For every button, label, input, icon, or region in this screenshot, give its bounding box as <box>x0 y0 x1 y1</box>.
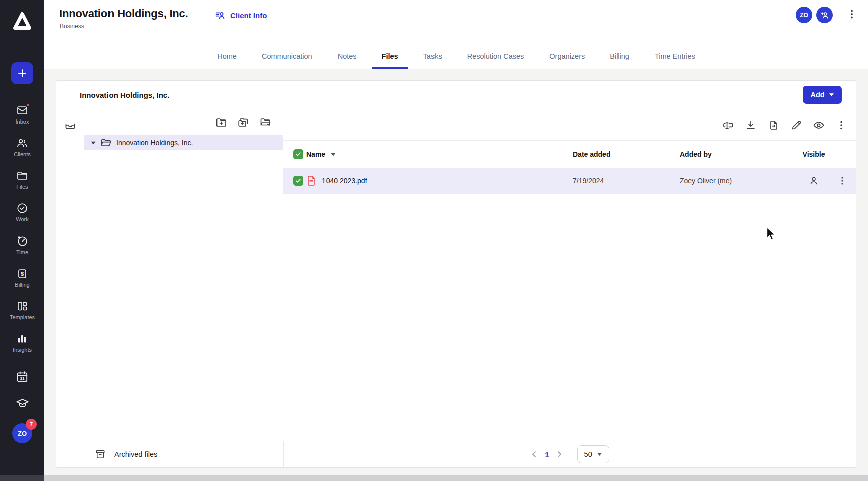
check-icon <box>295 151 302 158</box>
sidebar-item-inbox[interactable]: Inbox <box>16 104 29 125</box>
sidebar-item-label: Files <box>16 184 28 190</box>
tab-notes[interactable]: Notes <box>325 45 369 69</box>
page-size-value: 50 <box>584 450 592 458</box>
row-checkbox[interactable] <box>293 176 303 186</box>
export-file-icon[interactable] <box>768 119 780 131</box>
check-circle-icon <box>16 202 28 214</box>
sidebar-item-files[interactable]: Files <box>16 170 28 190</box>
files-content: Innovation Holdings, Inc. Add <box>44 69 868 481</box>
new-folder-multi-icon[interactable] <box>237 116 249 129</box>
file-actions-toolbar <box>283 109 856 141</box>
kebab-icon <box>846 8 858 20</box>
file-inbox-tray-icon[interactable] <box>64 119 76 132</box>
visible-person-icon[interactable] <box>808 175 819 186</box>
file-table-header: Name Date added Added by Visible <box>283 141 856 168</box>
page-size-select[interactable]: 50 <box>577 445 609 463</box>
sidebar-item-templates[interactable]: Templates <box>10 300 35 320</box>
bar-chart-icon <box>16 333 28 345</box>
pagination: 1 50 <box>284 441 856 467</box>
sidebar-item-label: Clients <box>14 151 31 157</box>
column-header-added-by[interactable]: Added by <box>680 150 799 158</box>
sidebar-item-billing[interactable]: $ Billing <box>15 268 29 288</box>
tab-tasks[interactable]: Tasks <box>411 45 455 69</box>
archived-files-button[interactable]: Archived files <box>56 441 284 467</box>
file-date-added: 7/19/2024 <box>573 177 680 185</box>
move-folder-icon[interactable] <box>259 116 271 129</box>
add-button-label: Add <box>810 91 824 99</box>
sidebar-extra-icons: 31 <box>16 370 29 410</box>
tab-files[interactable]: Files <box>369 45 411 69</box>
rename-icon[interactable] <box>722 119 734 131</box>
client-info-icon <box>215 10 226 21</box>
education-cap-icon[interactable] <box>16 397 29 410</box>
archived-files-label: Archived files <box>114 450 157 458</box>
archive-icon <box>95 449 106 460</box>
global-add-button[interactable] <box>11 62 33 84</box>
notification-count-badge: 7 <box>26 419 37 430</box>
tab-home[interactable]: Home <box>204 45 249 69</box>
new-folder-icon[interactable] <box>215 116 227 129</box>
tab-billing[interactable]: Billing <box>597 45 642 69</box>
header-actions: ZO <box>796 7 858 23</box>
assigned-user-avatar[interactable]: ZO <box>796 7 812 23</box>
timer-icon <box>16 235 28 247</box>
client-type-label: Business <box>60 23 84 30</box>
files-card-body: Innovation Holdings, Inc. <box>56 109 856 441</box>
column-header-name[interactable]: Name <box>306 150 573 158</box>
client-info-label: Client Info <box>230 11 267 20</box>
sidebar-item-insights[interactable]: Insights <box>13 333 32 353</box>
download-icon[interactable] <box>745 119 757 131</box>
file-row[interactable]: 1040 2023.pdf 7/19/2024 Zoey Oliver (me) <box>283 168 856 194</box>
svg-text:$: $ <box>21 271 24 277</box>
sidebar-item-time[interactable]: Time <box>16 235 28 255</box>
add-team-member-button[interactable] <box>816 7 833 23</box>
client-info-link[interactable]: Client Info <box>215 10 267 21</box>
kebab-icon <box>837 175 848 186</box>
sidebar-item-clients[interactable]: Clients <box>14 137 31 157</box>
sidebar-item-label: Work <box>16 216 28 222</box>
tab-time-entries[interactable]: Time Entries <box>642 45 708 69</box>
sidebar-item-label: Templates <box>10 314 35 320</box>
column-header-date-added[interactable]: Date added <box>573 150 680 158</box>
file-row-menu[interactable] <box>829 175 856 186</box>
add-file-button[interactable]: Add <box>803 86 842 104</box>
file-list-empty-space <box>283 194 856 441</box>
sidebar-nav: Inbox Clients Files Work Time $ Billing … <box>10 104 35 353</box>
more-actions-icon[interactable] <box>835 119 847 131</box>
caret-down-icon <box>829 93 834 97</box>
folder-tree-toolbar <box>84 109 283 135</box>
canopy-logo-icon[interactable] <box>11 10 33 34</box>
client-tabs: Home Communication Notes Files Tasks Res… <box>44 45 868 69</box>
main-area: Innovation Holdings, Inc. Business Clien… <box>44 0 868 481</box>
tree-row-root-folder[interactable]: Innovation Holdings, Inc. <box>84 135 283 150</box>
client-header: Innovation Holdings, Inc. Business Clien… <box>44 0 868 69</box>
sidebar-item-work[interactable]: Work <box>16 202 28 222</box>
tab-resolution-cases[interactable]: Resolution Cases <box>455 45 537 69</box>
billing-dollar-icon: $ <box>16 268 28 280</box>
files-card-footer: Archived files 1 50 <box>56 441 856 467</box>
inbox-notification-dot <box>26 103 30 107</box>
current-page-number[interactable]: 1 <box>545 450 549 459</box>
avatar-initials: ZO <box>800 12 808 19</box>
plus-icon <box>16 67 28 79</box>
sidebar-item-label: Billing <box>15 282 29 288</box>
file-added-by: Zoey Oliver (me) <box>680 177 799 185</box>
tab-communication[interactable]: Communication <box>249 45 325 69</box>
edit-pencil-icon[interactable] <box>790 119 802 131</box>
files-card-header: Innovation Holdings, Inc. Add <box>56 81 856 109</box>
page-title: Innovation Holdings, Inc. <box>59 6 188 21</box>
tab-organizers[interactable]: Organizers <box>536 45 597 69</box>
calendar-icon[interactable]: 31 <box>16 370 29 383</box>
templates-layout-icon <box>16 300 28 312</box>
file-list-pane: Name Date added Added by Visible 1040 20… <box>283 109 856 441</box>
user-avatar[interactable]: ZO 7 <box>12 423 32 443</box>
folder-tree-panel: Innovation Holdings, Inc. <box>84 109 283 441</box>
column-header-visible[interactable]: Visible <box>799 150 829 158</box>
select-all-checkbox[interactable] <box>293 149 303 159</box>
preview-eye-icon[interactable] <box>813 119 825 131</box>
sidebar-item-label: Insights <box>13 347 32 353</box>
page-next-icon[interactable] <box>555 450 563 458</box>
people-icon <box>16 137 28 149</box>
page-prev-icon[interactable] <box>530 450 538 458</box>
header-more-menu[interactable] <box>846 8 858 22</box>
